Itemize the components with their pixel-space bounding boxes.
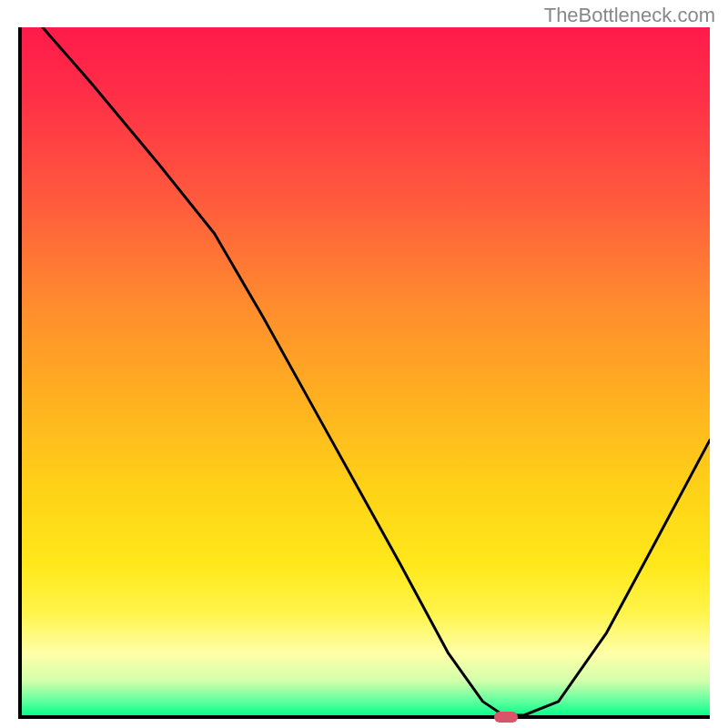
chart-line-path (43, 27, 710, 715)
bottleneck-marker (494, 712, 518, 723)
chart-plot-area (18, 27, 710, 719)
chart-line-layer (22, 27, 710, 715)
watermark-text: TheBottleneck.com (544, 4, 715, 27)
